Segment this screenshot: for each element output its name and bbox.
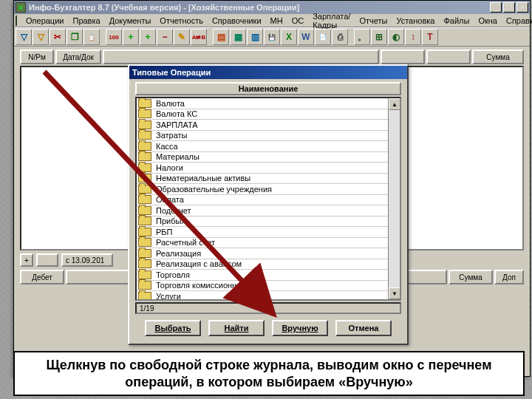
col-sum[interactable]: Сумма (472, 50, 524, 64)
pencil-icon[interactable]: ✎ (174, 29, 190, 45)
list-item-label: Прибыль (156, 216, 191, 225)
book-icon[interactable]: ▥ (247, 29, 263, 45)
row2-debit[interactable]: Дебет (20, 270, 64, 284)
list-item-label: Затраты (156, 131, 188, 140)
manual-button[interactable]: Вручную (272, 320, 328, 336)
save-icon[interactable]: 💾 (264, 29, 280, 45)
menu-windows[interactable]: Окна (474, 16, 502, 26)
note-icon[interactable]: 📄 (315, 29, 331, 45)
folder-icon (138, 120, 151, 129)
row2-dop[interactable]: Доп (494, 270, 524, 284)
menu-refs[interactable]: Справочники (208, 16, 266, 26)
menu-documents[interactable]: Документы (105, 16, 156, 26)
list-item[interactable]: РБП (137, 227, 388, 238)
cancel-button[interactable]: Отмена (335, 320, 392, 336)
filter1-icon[interactable]: ▽ (16, 29, 32, 45)
dialog-status: 1/19 (135, 302, 401, 314)
menu-edit[interactable]: Правка (68, 16, 104, 26)
close-button[interactable]: × (516, 2, 528, 13)
list-item[interactable]: Материалы (137, 152, 388, 163)
folder-icon (138, 152, 151, 161)
scroll-down-icon[interactable]: ▼ (389, 287, 400, 299)
paste-icon[interactable]: 📋 (83, 29, 100, 45)
abv-icon[interactable]: А⇄В (191, 29, 207, 45)
list-item-label: Оплата (156, 195, 184, 204)
folder-icon (138, 270, 151, 279)
list-item[interactable]: Касса (137, 141, 388, 152)
hammer-icon[interactable]: T (422, 29, 438, 45)
list-item[interactable]: Оплата (137, 195, 388, 206)
doc-icon[interactable]: ▤ (213, 29, 229, 45)
tool2-icon[interactable]: ⊞ (371, 29, 387, 45)
menu-mn[interactable]: МН (266, 16, 287, 26)
list-item[interactable]: Валюта КС (137, 109, 388, 120)
folder-icon (138, 292, 151, 299)
ruler-icon[interactable]: ↕ (405, 29, 421, 45)
menu-reports2[interactable]: Отчеты (355, 16, 392, 26)
minimize-button[interactable]: _ (490, 2, 502, 13)
plusfile-icon[interactable]: + (140, 29, 156, 45)
col-credit[interactable] (426, 50, 471, 64)
toolbar: ▽▽✂❐📋100++−✎А⇄В▤▦▥💾XW📄⎙。⊞◐↕T (14, 27, 530, 47)
list-item[interactable]: Торговля комиссионная (137, 281, 388, 292)
list-item-label: Подотчет (156, 206, 191, 215)
folder-icon (138, 259, 151, 268)
folder-icon (138, 206, 151, 215)
list-item[interactable]: Подотчет (137, 205, 388, 216)
scroll-up-icon[interactable]: ▲ (389, 98, 400, 110)
col-debit[interactable] (381, 50, 425, 64)
list-item[interactable]: Расчетный счет (137, 238, 388, 249)
footer-plus[interactable]: + (20, 253, 33, 267)
menu-operations[interactable]: Операции (21, 16, 68, 26)
mdi-icon (16, 16, 17, 26)
menu-help[interactable]: Справка (502, 16, 532, 26)
copy-icon[interactable]: ❐ (66, 29, 83, 45)
list-item-label: РБП (156, 228, 172, 236)
word-icon[interactable]: W (298, 29, 314, 45)
menu-salary[interactable]: Зарплата/Кадры (308, 11, 355, 30)
row2-sum[interactable]: Сумма (449, 270, 493, 284)
filter2-icon[interactable]: ▽ (33, 29, 49, 45)
list-item[interactable]: ЗАРПЛАТА (137, 120, 388, 131)
folder-icon (138, 142, 151, 151)
list-item[interactable]: Торговля (137, 270, 388, 281)
calc-icon[interactable]: ▦ (230, 29, 246, 45)
menu-os[interactable]: ОС (287, 16, 309, 26)
list-item[interactable]: Валюта (137, 98, 388, 109)
list-item[interactable]: Затраты (137, 131, 388, 142)
restore-button[interactable]: ❐ (503, 2, 515, 13)
print-icon[interactable]: ⎙ (332, 29, 348, 45)
footer-date[interactable]: с 13.09.201 (61, 253, 113, 267)
col-date[interactable]: Дата/Док (55, 50, 101, 64)
list-item[interactable]: Налоги (137, 163, 388, 174)
folder-icon (138, 131, 151, 140)
find-button[interactable]: Найти (208, 320, 265, 336)
list-item-label: Торговля комиссионная (156, 281, 245, 290)
add100-icon[interactable]: 100 (106, 29, 122, 45)
menu-setup[interactable]: Установка (392, 16, 439, 26)
select-button[interactable]: Выбрать (145, 320, 201, 336)
menu-reports1[interactable]: Отчетность (155, 16, 208, 26)
list-item[interactable]: Услуги (137, 291, 388, 299)
menubar: Операции Правка Документы Отчетность Спр… (14, 14, 530, 27)
scissors-icon[interactable]: ✂ (50, 29, 66, 45)
app-icon: и (16, 2, 26, 13)
list-item-label: Налоги (156, 163, 183, 172)
menu-files[interactable]: Файлы (439, 16, 474, 26)
col-content[interactable] (103, 50, 379, 64)
excel-icon[interactable]: X (281, 29, 297, 45)
folder-icon (138, 281, 151, 290)
plus-icon[interactable]: + (123, 29, 139, 45)
tool3-icon[interactable]: ◐ (388, 29, 404, 45)
list-item[interactable]: Реализация (137, 248, 388, 259)
folder-icon (138, 185, 151, 194)
list-item[interactable]: Прибыль (137, 216, 388, 228)
list-item[interactable]: Реализация с авансом (137, 259, 388, 270)
tool1-icon[interactable]: 。 (354, 29, 370, 45)
col-nrm[interactable]: N/Рм (20, 50, 54, 64)
list-item[interactable]: Образовательные учреждения (137, 184, 388, 195)
folder-icon (138, 249, 151, 258)
scrollbar[interactable]: ▲ ▼ (388, 98, 400, 299)
minus-icon[interactable]: − (157, 29, 173, 45)
list-item[interactable]: Нематериальные активы (137, 174, 388, 185)
